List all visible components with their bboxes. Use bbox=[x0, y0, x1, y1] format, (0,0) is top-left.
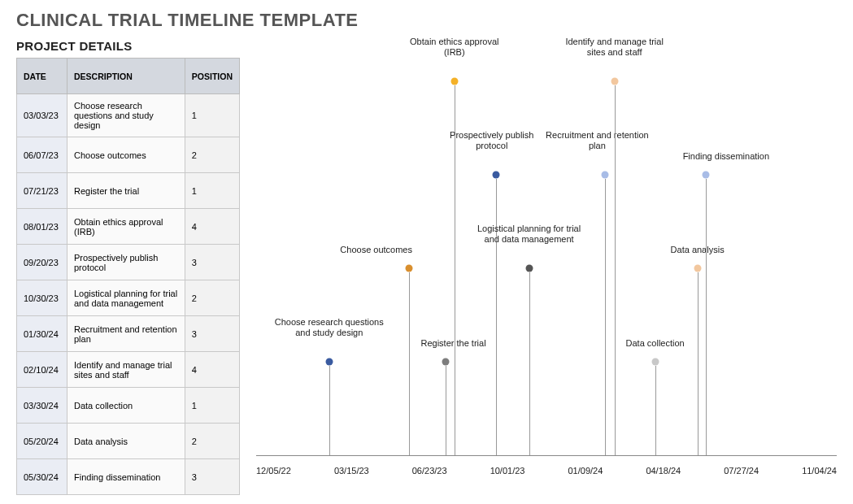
cell-position: 3 bbox=[185, 245, 239, 280]
details-table: DATE DESCRIPTION POSITION 03/03/23Choose… bbox=[16, 58, 240, 495]
timeline-label: Choose outcomes bbox=[324, 245, 429, 257]
table-row: 05/20/24Data analysis2 bbox=[17, 424, 240, 459]
x-tick: 11/04/24 bbox=[802, 466, 837, 476]
cell-description: Choose research questions and study desi… bbox=[67, 94, 185, 137]
cell-position: 2 bbox=[185, 424, 239, 459]
timeline-label: Finding dissemination bbox=[665, 152, 787, 163]
timeline-stem bbox=[329, 366, 330, 455]
col-header-date: DATE bbox=[17, 59, 67, 94]
cell-position: 2 bbox=[185, 280, 239, 316]
timeline-stem bbox=[496, 179, 497, 455]
cell-date: 03/30/24 bbox=[17, 388, 67, 424]
timeline-dot bbox=[525, 265, 533, 272]
x-tick: 10/01/23 bbox=[490, 466, 525, 476]
table-row: 03/30/24Data collection1 bbox=[17, 388, 240, 424]
col-header-position: POSITION bbox=[185, 59, 239, 94]
timeline-label: Obtain ethics approval (IRB) bbox=[390, 36, 520, 59]
timeline-stem bbox=[698, 272, 699, 455]
timeline-stem bbox=[706, 179, 707, 455]
main-title: CLINICAL TRIAL TIMELINE TEMPLATE bbox=[16, 10, 837, 31]
cell-position: 4 bbox=[185, 352, 239, 388]
col-header-description: DESCRIPTION bbox=[67, 59, 185, 94]
cell-description: Obtain ethics approval (IRB) bbox=[67, 209, 185, 245]
cell-position: 1 bbox=[185, 388, 239, 424]
x-tick: 07/27/24 bbox=[724, 466, 759, 476]
timeline-dot bbox=[611, 78, 618, 85]
x-tick: 04/18/24 bbox=[646, 466, 681, 476]
cell-description: Finding dissemination bbox=[67, 459, 185, 495]
table-row: 08/01/23Obtain ethics approval (IRB)4 bbox=[17, 209, 240, 245]
x-tick: 06/23/23 bbox=[412, 466, 447, 476]
cell-date: 05/20/24 bbox=[17, 424, 67, 459]
cell-date: 05/30/24 bbox=[17, 459, 67, 495]
timeline-label: Data analysis bbox=[653, 245, 742, 257]
timeline-stem bbox=[529, 272, 530, 455]
timeline-dot bbox=[442, 358, 449, 366]
cell-description: Data collection bbox=[67, 388, 185, 424]
cell-description: Data analysis bbox=[67, 424, 185, 459]
timeline-stem bbox=[615, 85, 616, 455]
timeline-dot bbox=[651, 358, 659, 366]
timeline-label: Logistical planning for trial and data m… bbox=[456, 223, 603, 245]
timeline-dot bbox=[602, 172, 609, 179]
timeline-dot bbox=[405, 265, 412, 272]
cell-position: 3 bbox=[185, 316, 239, 352]
table-row: 03/03/23Choose research questions and st… bbox=[17, 94, 240, 137]
cell-description: Register the trial bbox=[67, 173, 185, 209]
cell-date: 06/07/23 bbox=[17, 137, 67, 173]
table-row: 10/30/23Logistical planning for trial an… bbox=[17, 280, 240, 316]
cell-date: 10/30/23 bbox=[17, 280, 67, 316]
table-row: 02/10/24Identify and manage trial sites … bbox=[17, 352, 240, 388]
cell-date: 03/03/23 bbox=[17, 94, 67, 137]
table-row: 07/21/23Register the trial1 bbox=[17, 173, 240, 209]
cell-description: Identify and manage trial sites and staf… bbox=[67, 352, 185, 388]
x-tick: 12/05/22 bbox=[256, 466, 291, 476]
timeline-stem bbox=[409, 272, 410, 455]
x-tick: 01/09/24 bbox=[568, 466, 603, 476]
timeline-stem bbox=[655, 366, 656, 455]
table-row: 09/20/23Prospectively publish protocol3 bbox=[17, 245, 240, 280]
timeline-dot bbox=[492, 172, 499, 179]
cell-description: Prospectively publish protocol bbox=[67, 245, 185, 280]
cell-position: 4 bbox=[185, 209, 239, 245]
cell-description: Logistical planning for trial and data m… bbox=[67, 280, 185, 316]
cell-date: 09/20/23 bbox=[17, 245, 67, 280]
table-row: 01/30/24Recruitment and retention plan3 bbox=[17, 316, 240, 352]
timeline-stem bbox=[446, 366, 446, 455]
cell-position: 1 bbox=[185, 173, 239, 209]
cell-position: 3 bbox=[185, 459, 239, 495]
timeline-dot bbox=[702, 172, 709, 179]
cell-date: 07/21/23 bbox=[17, 173, 67, 209]
timeline-chart: Choose research questions and study desi… bbox=[256, 58, 837, 480]
cell-date: 02/10/24 bbox=[17, 352, 67, 388]
cell-date: 08/01/23 bbox=[17, 209, 67, 245]
cell-date: 01/30/24 bbox=[17, 316, 67, 352]
timeline-label: Identify and manage trial sites and staf… bbox=[546, 36, 684, 59]
cell-position: 1 bbox=[185, 94, 239, 137]
cell-description: Choose outcomes bbox=[67, 137, 185, 173]
timeline-dot bbox=[325, 358, 333, 366]
timeline-stem bbox=[605, 179, 606, 455]
x-tick: 03/15/23 bbox=[334, 466, 369, 476]
table-row: 06/07/23Choose outcomes2 bbox=[17, 137, 240, 173]
table-row: 05/30/24Finding dissemination3 bbox=[17, 459, 240, 495]
timeline-label: Recruitment and retention plan bbox=[528, 129, 666, 152]
timeline-dot bbox=[694, 265, 701, 272]
timeline-label: Register the trial bbox=[405, 339, 503, 350]
timeline-label: Choose research questions and study desi… bbox=[256, 316, 403, 339]
cell-position: 2 bbox=[185, 137, 239, 173]
timeline-label: Data collection bbox=[611, 339, 700, 350]
timeline-dot bbox=[450, 78, 458, 85]
cell-description: Recruitment and retention plan bbox=[67, 316, 185, 352]
